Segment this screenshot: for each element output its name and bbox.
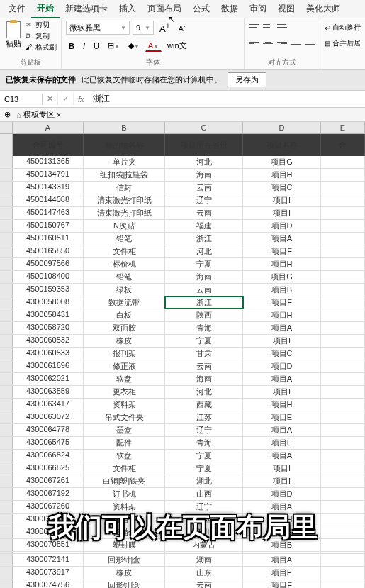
menu-审阅[interactable]: 审阅	[244, 0, 272, 18]
indent-decrease-button[interactable]	[290, 38, 303, 50]
cell[interactable]: 项目H	[243, 169, 321, 181]
cell[interactable]: 宁夏	[165, 258, 243, 270]
cell[interactable]: 项目I	[243, 335, 321, 347]
cell[interactable]: 4300072141	[13, 554, 84, 566]
cell[interactable]: 信封	[84, 182, 165, 194]
cell[interactable]	[321, 373, 365, 385]
cell[interactable]: 辽宁	[165, 424, 243, 436]
cell[interactable]: 项目A	[243, 373, 321, 385]
cell[interactable]: 4300070551	[13, 539, 84, 551]
cell[interactable]: 青海	[165, 437, 243, 449]
cell[interactable]: 项目F	[243, 245, 321, 257]
cell[interactable]: 4300074756	[13, 579, 84, 588]
row-number[interactable]	[0, 579, 13, 588]
bold-button[interactable]: B	[66, 40, 77, 52]
col-header-c[interactable]: C	[165, 122, 243, 133]
row-number[interactable]	[0, 296, 13, 309]
font-size-select[interactable]: 9▼	[133, 21, 154, 35]
cell[interactable]: 项目E	[243, 411, 321, 423]
cell[interactable]: 标价机	[84, 258, 165, 270]
row-number[interactable]	[0, 348, 13, 360]
cell[interactable]: 项目A	[243, 322, 321, 334]
row-number[interactable]	[0, 258, 13, 270]
cell[interactable]: 云南	[165, 207, 243, 219]
align-bottom-button[interactable]	[276, 20, 288, 31]
cell[interactable]: 4500108400	[13, 271, 84, 283]
cell[interactable]: 项目G	[243, 271, 321, 283]
cell[interactable]	[321, 348, 365, 360]
row-number[interactable]	[0, 220, 13, 232]
cell[interactable]: 文件柜	[84, 462, 165, 475]
cell[interactable]: 内蒙古	[165, 539, 243, 551]
cell[interactable]	[321, 501, 365, 513]
col-header-e[interactable]: E	[321, 122, 365, 133]
cell[interactable]: 西藏	[165, 399, 243, 411]
cell[interactable]: 项目A	[243, 233, 321, 245]
confirm-fx-button[interactable]: ✓	[58, 93, 74, 105]
cell[interactable]: 项目H	[243, 399, 321, 411]
select-all-corner[interactable]	[0, 122, 13, 133]
row-number[interactable]	[0, 245, 13, 257]
row-number[interactable]	[0, 360, 13, 372]
cell[interactable]: 清束激光打印纸	[84, 207, 165, 219]
cell[interactable]	[321, 386, 365, 398]
cell[interactable]: 项目I	[243, 194, 321, 206]
cell[interactable]	[321, 552, 365, 553]
cell[interactable]	[321, 233, 365, 245]
cell[interactable]: 白板	[84, 309, 165, 321]
cell[interactable]: 项目H	[243, 258, 321, 270]
cell[interactable]: 更衣柜	[84, 386, 165, 398]
cell[interactable]: 资料架	[84, 399, 165, 411]
cell[interactable]: 海南	[165, 169, 243, 181]
cell[interactable]	[321, 360, 365, 372]
row-number[interactable]	[0, 386, 13, 398]
cell[interactable]	[321, 296, 365, 309]
fx-icon[interactable]: fx	[74, 95, 89, 104]
cell[interactable]: 4300067261	[13, 475, 84, 487]
format-painter-button[interactable]: 🖌格式刷	[26, 43, 57, 52]
cell[interactable]: 4500144088	[13, 194, 84, 206]
row-number[interactable]	[0, 552, 13, 553]
cell[interactable]: 河北	[165, 386, 243, 398]
row-number[interactable]	[0, 194, 13, 206]
cell[interactable]	[321, 579, 365, 588]
row-number[interactable]	[0, 271, 13, 283]
cell[interactable]	[321, 424, 365, 436]
row-number[interactable]	[0, 424, 13, 436]
cell[interactable]: 河北	[165, 245, 243, 257]
cell[interactable]: 项目E	[243, 567, 321, 579]
cell[interactable]: 宁夏	[165, 335, 243, 347]
col-header-d[interactable]: D	[243, 122, 321, 133]
new-sheet-button[interactable]: ⊕	[4, 110, 11, 119]
cell[interactable]: 项目D	[243, 220, 321, 232]
cell[interactable]: 甘肃	[165, 348, 243, 360]
cell[interactable]: 4300062021	[13, 373, 84, 385]
cell[interactable]: 修正液	[84, 360, 165, 372]
cell[interactable]: 4300073917	[13, 567, 84, 579]
cell[interactable]: 4300058431	[13, 309, 84, 321]
cell[interactable]: 海南	[165, 271, 243, 283]
cell[interactable]: 项目H	[243, 309, 321, 321]
close-icon[interactable]: ×	[57, 111, 61, 119]
cell[interactable]: 项目A	[243, 450, 321, 462]
menu-页面布局[interactable]: 页面布局	[142, 0, 187, 18]
formula-input[interactable]: 浙江	[89, 91, 365, 106]
cell[interactable]: 橡皮	[84, 335, 165, 347]
cell[interactable]: 项目H	[243, 514, 321, 526]
cell[interactable]	[321, 322, 365, 334]
cell[interactable]: N次贴	[84, 220, 165, 232]
col-header-a[interactable]: A	[13, 122, 84, 133]
cell[interactable]	[321, 309, 365, 321]
row-number[interactable]	[0, 475, 13, 487]
row-number[interactable]	[0, 335, 13, 347]
cell[interactable]: 4300063417	[13, 399, 84, 411]
win-button[interactable]: win文	[164, 39, 190, 52]
cell[interactable]: 湖北	[165, 475, 243, 487]
row-number[interactable]	[0, 207, 13, 219]
row-number[interactable]	[0, 501, 13, 513]
cell[interactable]: 项目I	[243, 462, 321, 475]
cell[interactable]	[321, 271, 365, 283]
cell[interactable]: 项目E	[243, 437, 321, 449]
cell[interactable]: 4300063072	[13, 411, 84, 423]
cell[interactable]: 铅笔	[84, 233, 165, 245]
